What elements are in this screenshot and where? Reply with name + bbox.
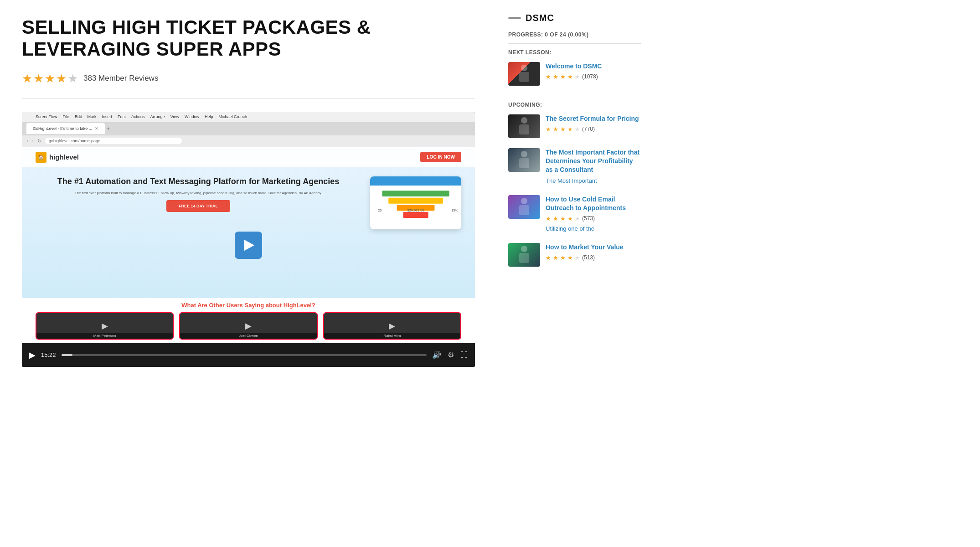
menu-file[interactable]: File — [63, 114, 70, 119]
next-lesson-thumb — [508, 62, 540, 86]
upcoming-thumb-1 — [508, 114, 540, 138]
menu-arrange[interactable]: Arrange — [150, 114, 165, 119]
video-controls: ▶ 15:22 🔊 ⚙ ⛶ — [22, 343, 475, 367]
logo-icon: 🏠 — [36, 152, 46, 163]
upcoming-label: UPCOMING: — [508, 102, 641, 108]
star-5: ★ — [67, 72, 78, 86]
star-4: ★ — [56, 72, 67, 86]
menu-username: Michael Crouch — [219, 114, 248, 119]
upcoming-lesson-2-desc: The Most Important — [546, 177, 641, 185]
next-star-4: ★ — [567, 73, 573, 80]
hero-dashboard: 20 $29,921.00 15% — [370, 176, 461, 229]
ul5-star-4: ★ — [567, 254, 573, 261]
upcoming-lesson-3-title[interactable]: How to Use Cold Email Outreach to Appoin… — [546, 195, 641, 212]
upcoming-lesson-1-stars: ★ ★ ★ ★ ★ (770) — [546, 126, 641, 133]
new-tab-icon[interactable]: + — [107, 126, 109, 131]
upcoming-thumb-5 — [508, 243, 540, 267]
sidebar-divider-2 — [508, 96, 641, 96]
svg-rect-1 — [388, 197, 443, 203]
sidebar-divider-1 — [508, 43, 641, 44]
reload-icon[interactable]: ↻ — [37, 138, 41, 144]
person-body-5 — [519, 253, 529, 263]
course-title: SELLING HIGH TICKET PACKAGES & LEVERAGIN… — [22, 16, 475, 61]
menu-help[interactable]: Help — [205, 114, 213, 119]
person-head-1 — [521, 65, 527, 71]
progress-bar[interactable] — [62, 354, 427, 356]
testimonials-title: What Are Other Users Saying about HighLe… — [36, 302, 461, 309]
hero-cta-button[interactable]: FREE 14 DAY TRIAL — [166, 200, 230, 212]
hero-headline: The #1 Automation and Text Messaging Pla… — [36, 176, 361, 187]
upcoming-lesson-3-info: How to Use Cold Email Outreach to Appoin… — [546, 195, 641, 233]
sidebar-brand: DSMC — [508, 13, 641, 23]
review-count: 383 Member Reviews — [83, 74, 158, 83]
upcoming-lesson-1-title[interactable]: The Secret Formula for Pricing — [546, 114, 641, 123]
person-body-3 — [519, 158, 529, 168]
browser-tab[interactable]: GoHighLevel - It's time to take ... ✕ — [26, 123, 105, 134]
fullscreen-icon[interactable]: ⛶ — [460, 351, 468, 359]
website-nav: 🏠 highlevel LOG IN NOW — [22, 147, 475, 167]
ul1-star-5: ★ — [575, 126, 580, 133]
ul1-rating-count: (770) — [582, 126, 595, 132]
upcoming-lesson-2-title[interactable]: The Most Important Factor that Determine… — [546, 148, 641, 174]
play-pause-button[interactable]: ▶ — [29, 350, 36, 360]
upcoming-lesson-5-stars: ★ ★ ★ ★ ★ (513) — [546, 254, 641, 261]
menu-screenflow[interactable]: ScreenFlow — [36, 114, 57, 119]
testimonials-row: ▶ Matt Peterson ▶ Joel Cowen — [36, 312, 461, 340]
upcoming-lesson-2[interactable]: The Most Important Factor that Determine… — [508, 148, 641, 185]
next-lesson-title[interactable]: Welcome to DSMC — [546, 62, 641, 71]
person-head-2 — [521, 117, 527, 124]
sidebar: DSMC PROGRESS: 0 OF 24 (0.00%) NEXT LESS… — [497, 0, 652, 547]
settings-icon[interactable]: ⚙ — [448, 351, 454, 359]
close-icon[interactable]: ✕ — [95, 126, 98, 131]
testimonial-card-2: ▶ Joel Cowen — [179, 312, 317, 340]
person-silhouette-4 — [518, 198, 530, 216]
back-icon[interactable]: ‹ — [26, 138, 28, 144]
svg-text:$29,921.00: $29,921.00 — [407, 208, 424, 212]
upcoming-lesson-3-stars: ★ ★ ★ ★ ★ (573) — [546, 215, 641, 222]
upcoming-lesson-5-info: How to Market Your Value ★ ★ ★ ★ ★ (513) — [546, 243, 641, 261]
upcoming-lesson-3[interactable]: How to Use Cold Email Outreach to Appoin… — [508, 195, 641, 233]
testimonial-name-1: Matt Peterson — [36, 333, 173, 339]
menu-font[interactable]: Font — [118, 114, 126, 119]
next-lesson-count: (1078) — [582, 73, 598, 80]
video-play-overlay[interactable] — [235, 232, 262, 259]
ul5-star-3: ★ — [560, 254, 566, 261]
volume-icon[interactable]: 🔊 — [432, 351, 441, 359]
forward-icon[interactable]: › — [32, 138, 34, 144]
ul1-star-1: ★ — [546, 126, 551, 133]
menu-view[interactable]: View — [170, 114, 179, 119]
browser-address-bar: ‹ › ↻ gohighlevel.com/home-page — [22, 135, 475, 147]
browser-tab-bar: GoHighLevel - It's time to take ... ✕ + — [22, 122, 475, 134]
thumb-person-1 — [508, 62, 540, 86]
ul1-star-3: ★ — [560, 126, 566, 133]
menu-actions[interactable]: Actions — [131, 114, 145, 119]
person-head-5 — [521, 246, 527, 252]
control-icons: 🔊 ⚙ ⛶ — [432, 351, 468, 359]
menu-insert[interactable]: Insert — [102, 114, 113, 119]
next-lesson-label: NEXT LESSON: — [508, 49, 641, 56]
upcoming-lesson-1[interactable]: The Secret Formula for Pricing ★ ★ ★ ★ ★… — [508, 114, 641, 138]
upcoming-lesson-1-info: The Secret Formula for Pricing ★ ★ ★ ★ ★… — [546, 114, 641, 133]
ul5-star-1: ★ — [546, 254, 551, 261]
browser-top-bar: ScreenFlow File Edit Mark Insert Font Ac… — [22, 112, 475, 123]
progress-label: PROGRESS: 0 OF 24 (0.00%) — [508, 31, 641, 38]
upcoming-thumb-3 — [508, 195, 540, 219]
address-bar[interactable]: gohighlevel.com/home-page — [45, 138, 182, 144]
upcoming-lesson-5-title[interactable]: How to Market Your Value — [546, 243, 641, 252]
ul3-star-4: ★ — [567, 215, 573, 222]
menu-mark[interactable]: Mark — [88, 114, 97, 119]
person-silhouette-2 — [518, 117, 530, 135]
ul5-star-5: ★ — [575, 254, 580, 261]
next-lesson-info: Welcome to DSMC ★ ★ ★ ★ ★ (1078) — [546, 62, 641, 80]
login-button[interactable]: LOG IN NOW — [420, 152, 461, 162]
video-screenshot: ScreenFlow File Edit Mark Insert Font Ac… — [22, 112, 475, 367]
star-2: ★ — [33, 72, 44, 86]
svg-text:20: 20 — [378, 208, 382, 212]
menu-window[interactable]: Window — [185, 114, 199, 119]
upcoming-lesson-5[interactable]: How to Market Your Value ★ ★ ★ ★ ★ (513) — [508, 243, 641, 267]
svg-text:15%: 15% — [451, 208, 458, 212]
star-1: ★ — [22, 72, 32, 86]
menu-edit[interactable]: Edit — [75, 114, 82, 119]
person-body-1 — [519, 72, 529, 82]
next-lesson-item[interactable]: Welcome to DSMC ★ ★ ★ ★ ★ (1078) — [508, 62, 641, 86]
